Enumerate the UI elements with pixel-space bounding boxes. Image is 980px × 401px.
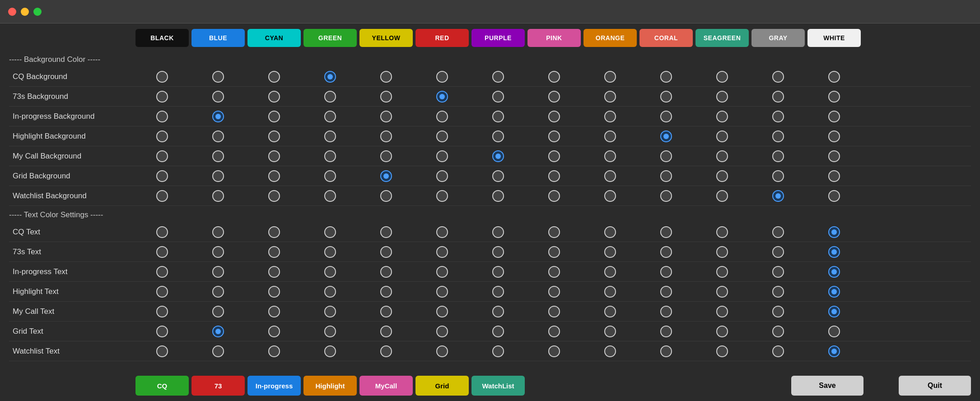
color-header-black[interactable]: BLACK <box>135 29 189 47</box>
radio-grid-text-orange[interactable] <box>604 326 616 337</box>
radio-inprogress-bg-green[interactable] <box>324 111 336 122</box>
save-button[interactable]: Save <box>791 376 863 396</box>
radio-highlight-text-white[interactable] <box>828 286 840 298</box>
bottom-btn-grid[interactable]: Grid <box>415 376 469 396</box>
radio-inprogress-text-pink[interactable] <box>548 266 560 278</box>
radio-highlight-text-cyan[interactable] <box>268 286 280 298</box>
radio-watchlist-text-pink[interactable] <box>548 345 560 357</box>
radio-mycall-bg-gray[interactable] <box>772 150 784 162</box>
radio-cq-bg-red[interactable] <box>436 71 448 83</box>
radio-inprogress-bg-pink[interactable] <box>548 111 560 122</box>
radio-highlight-bg-white[interactable] <box>828 131 840 142</box>
radio-inprogress-text-green[interactable] <box>324 266 336 278</box>
radio-cq-bg-gray[interactable] <box>772 71 784 83</box>
radio-inprogress-text-gray[interactable] <box>772 266 784 278</box>
radio-highlight-text-black[interactable] <box>156 286 168 298</box>
radio-watchlist-bg-pink[interactable] <box>548 190 560 202</box>
radio-highlight-bg-coral[interactable] <box>660 131 672 142</box>
radio-mycall-bg-purple[interactable] <box>492 150 504 162</box>
bottom-btn-watchlist[interactable]: WatchList <box>471 376 525 396</box>
color-header-white[interactable]: WHITE <box>807 29 861 47</box>
radio-mycall-bg-red[interactable] <box>436 150 448 162</box>
radio-highlight-text-purple[interactable] <box>492 286 504 298</box>
radio-cq-bg-yellow[interactable] <box>380 71 392 83</box>
color-header-orange[interactable]: ORANGE <box>583 29 637 47</box>
radio-73s-text-seagreen[interactable] <box>716 246 728 258</box>
radio-cq-bg-orange[interactable] <box>604 71 616 83</box>
radio-watchlist-bg-black[interactable] <box>156 190 168 202</box>
radio-inprogress-bg-yellow[interactable] <box>380 111 392 122</box>
radio-cq-text-black[interactable] <box>156 226 168 238</box>
radio-watchlist-text-green[interactable] <box>324 345 336 357</box>
radio-73s-text-red[interactable] <box>436 246 448 258</box>
radio-highlight-bg-orange[interactable] <box>604 131 616 142</box>
radio-mycall-bg-seagreen[interactable] <box>716 150 728 162</box>
radio-cq-text-cyan[interactable] <box>268 226 280 238</box>
radio-grid-text-gray[interactable] <box>772 326 784 337</box>
radio-73s-text-yellow[interactable] <box>380 246 392 258</box>
radio-cq-bg-white[interactable] <box>828 71 840 83</box>
radio-inprogress-bg-purple[interactable] <box>492 111 504 122</box>
radio-watchlist-bg-seagreen[interactable] <box>716 190 728 202</box>
radio-grid-bg-orange[interactable] <box>604 170 616 182</box>
radio-mycall-text-yellow[interactable] <box>380 306 392 317</box>
radio-cq-bg-coral[interactable] <box>660 71 672 83</box>
color-header-blue[interactable]: BLUE <box>191 29 245 47</box>
radio-73s-bg-cyan[interactable] <box>268 91 280 103</box>
radio-highlight-bg-black[interactable] <box>156 131 168 142</box>
color-header-red[interactable]: RED <box>415 29 469 47</box>
radio-inprogress-bg-orange[interactable] <box>604 111 616 122</box>
radio-mycall-text-pink[interactable] <box>548 306 560 317</box>
radio-grid-bg-purple[interactable] <box>492 170 504 182</box>
radio-highlight-bg-seagreen[interactable] <box>716 131 728 142</box>
radio-inprogress-text-white[interactable] <box>828 266 840 278</box>
radio-mycall-bg-black[interactable] <box>156 150 168 162</box>
color-header-yellow[interactable]: YELLOW <box>359 29 413 47</box>
radio-watchlist-bg-blue[interactable] <box>212 190 224 202</box>
radio-inprogress-text-yellow[interactable] <box>380 266 392 278</box>
radio-watchlist-text-purple[interactable] <box>492 345 504 357</box>
radio-grid-bg-blue[interactable] <box>212 170 224 182</box>
radio-watchlist-text-orange[interactable] <box>604 345 616 357</box>
radio-73s-text-green[interactable] <box>324 246 336 258</box>
radio-73s-text-coral[interactable] <box>660 246 672 258</box>
color-header-pink[interactable]: PINK <box>527 29 581 47</box>
radio-highlight-text-coral[interactable] <box>660 286 672 298</box>
radio-highlight-text-blue[interactable] <box>212 286 224 298</box>
bottom-btn-inprogress[interactable]: In-progress <box>247 376 301 396</box>
radio-inprogress-bg-black[interactable] <box>156 111 168 122</box>
radio-73s-text-blue[interactable] <box>212 246 224 258</box>
radio-highlight-bg-red[interactable] <box>436 131 448 142</box>
radio-grid-bg-yellow[interactable] <box>380 170 392 182</box>
radio-mycall-bg-coral[interactable] <box>660 150 672 162</box>
radio-cq-bg-cyan[interactable] <box>268 71 280 83</box>
radio-grid-bg-gray[interactable] <box>772 170 784 182</box>
radio-watchlist-bg-orange[interactable] <box>604 190 616 202</box>
radio-73s-bg-white[interactable] <box>828 91 840 103</box>
radio-highlight-bg-purple[interactable] <box>492 131 504 142</box>
radio-highlight-text-seagreen[interactable] <box>716 286 728 298</box>
radio-highlight-bg-green[interactable] <box>324 131 336 142</box>
radio-mycall-bg-green[interactable] <box>324 150 336 162</box>
radio-73s-text-purple[interactable] <box>492 246 504 258</box>
radio-inprogress-bg-gray[interactable] <box>772 111 784 122</box>
radio-grid-text-seagreen[interactable] <box>716 326 728 337</box>
radio-highlight-text-green[interactable] <box>324 286 336 298</box>
radio-73s-bg-coral[interactable] <box>660 91 672 103</box>
radio-inprogress-text-black[interactable] <box>156 266 168 278</box>
radio-highlight-text-red[interactable] <box>436 286 448 298</box>
radio-cq-bg-black[interactable] <box>156 71 168 83</box>
radio-mycall-text-white[interactable] <box>828 306 840 317</box>
radio-watchlist-text-coral[interactable] <box>660 345 672 357</box>
radio-mycall-text-orange[interactable] <box>604 306 616 317</box>
radio-grid-text-black[interactable] <box>156 326 168 337</box>
radio-mycall-bg-cyan[interactable] <box>268 150 280 162</box>
radio-grid-text-yellow[interactable] <box>380 326 392 337</box>
radio-cq-bg-green[interactable] <box>324 71 336 83</box>
radio-73s-bg-black[interactable] <box>156 91 168 103</box>
radio-grid-bg-white[interactable] <box>828 170 840 182</box>
radio-mycall-text-red[interactable] <box>436 306 448 317</box>
radio-highlight-bg-yellow[interactable] <box>380 131 392 142</box>
radio-mycall-text-purple[interactable] <box>492 306 504 317</box>
radio-inprogress-text-red[interactable] <box>436 266 448 278</box>
